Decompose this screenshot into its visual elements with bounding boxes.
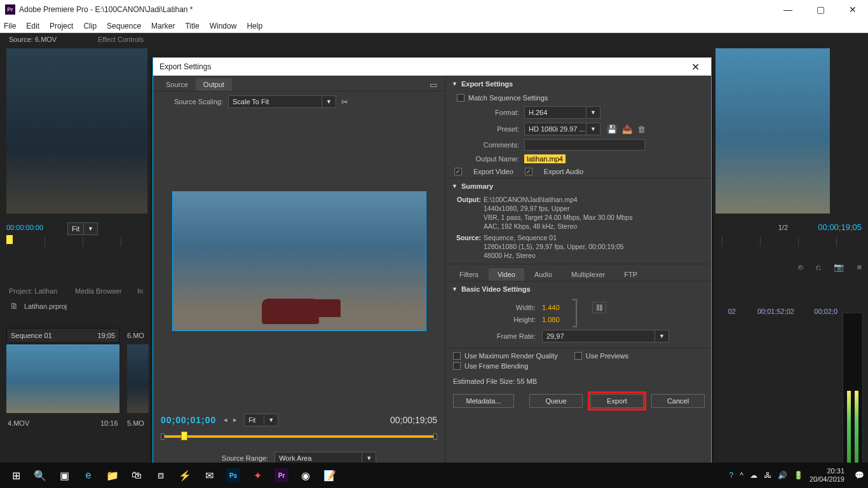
use-max-quality-checkbox[interactable] <box>453 352 461 360</box>
project-item-5mov[interactable]: 5.MO <box>127 419 144 427</box>
tab-output[interactable]: Output <box>196 78 232 91</box>
source-tab[interactable]: Source: 6.MOV <box>9 36 57 43</box>
mail-icon[interactable]: ✉ <box>197 463 221 487</box>
notepad-icon[interactable]: 📝 <box>318 463 342 487</box>
tray-chevron-icon[interactable]: ^ <box>740 471 743 480</box>
cancel-button[interactable]: Cancel <box>651 394 705 408</box>
format-dropdown[interactable]: H.264▼ <box>524 106 600 119</box>
edge-icon[interactable]: e <box>76 463 100 487</box>
preview-current-timecode[interactable]: 00;00;01;00 <box>161 415 216 425</box>
program-time-ruler[interactable] <box>722 236 862 247</box>
link-dimensions-icon[interactable]: ⛓ <box>592 302 606 313</box>
start-button[interactable]: ⊞ <box>4 463 28 487</box>
project-thumb-sequence[interactable] <box>6 344 119 413</box>
photoshop-icon[interactable]: Ps <box>221 463 245 487</box>
tab-source[interactable]: Source <box>158 78 196 91</box>
source-fit-dropdown[interactable]: Fit▼ <box>67 222 98 235</box>
prev-frame-icon[interactable]: ◄ <box>222 417 228 423</box>
export-button[interactable]: Export <box>590 394 644 408</box>
summary-twirl-icon[interactable]: ▼ <box>452 183 458 189</box>
preview-range-slider[interactable] <box>161 431 437 442</box>
preset-label: Preset: <box>452 125 519 133</box>
project-thumb-6mov[interactable] <box>127 344 149 413</box>
lightning-icon[interactable]: ⚡ <box>173 463 197 487</box>
tab-video[interactable]: Video <box>489 268 524 281</box>
queue-button[interactable]: Queue <box>529 394 583 408</box>
window-maximize-button[interactable]: ▢ <box>810 3 831 16</box>
chrome-icon[interactable]: ◉ <box>294 463 318 487</box>
dropbox-icon[interactable]: ⧈ <box>149 463 173 487</box>
frame-rate-dropdown[interactable]: 29,97▼ <box>542 330 669 342</box>
menu-title[interactable]: Title <box>185 22 199 30</box>
export-settings-twirl-icon[interactable]: ▼ <box>452 81 458 87</box>
project-item-6mov[interactable]: 6.MO <box>127 332 144 339</box>
tray-notifications-icon[interactable]: 💬 <box>855 471 864 480</box>
dialog-titlebar[interactable]: Export Settings ✕ <box>153 58 711 76</box>
menu-window[interactable]: Window <box>210 22 237 30</box>
tray-battery-icon[interactable]: 🔋 <box>794 471 803 480</box>
aspect-correction-icon[interactable]: ▭ <box>427 79 440 91</box>
window-minimize-button[interactable]: — <box>777 3 799 16</box>
export-audio-checkbox[interactable]: ✓ <box>525 168 532 175</box>
project-tab[interactable]: Project: Latihan <box>9 287 57 295</box>
basic-video-twirl-icon[interactable]: ▼ <box>452 286 458 292</box>
source-scaling-dropdown[interactable]: Scale To Fit▼ <box>228 95 336 108</box>
info-tab[interactable]: In <box>137 287 143 295</box>
preview-fit-dropdown[interactable]: Fit▼ <box>244 414 278 426</box>
preset-dropdown[interactable]: HD 1080i 29.97 ...▼ <box>524 123 600 135</box>
use-previews-checkbox[interactable] <box>574 352 582 360</box>
comments-input[interactable] <box>524 139 645 151</box>
use-frame-blending-checkbox[interactable] <box>453 362 461 370</box>
tray-help-icon[interactable]: ? <box>729 471 734 480</box>
tab-multiplexer[interactable]: Multiplexer <box>562 268 614 281</box>
media-browser-tab[interactable]: Media Browser <box>75 287 121 295</box>
menu-clip[interactable]: Clip <box>83 22 97 30</box>
settings-icon[interactable]: ≡ <box>857 262 862 272</box>
tab-audio[interactable]: Audio <box>526 268 561 281</box>
store-icon[interactable]: 🛍 <box>125 463 149 487</box>
menu-project[interactable]: Project <box>50 22 73 30</box>
premiere-taskbar-icon[interactable]: Pr <box>269 463 294 487</box>
export-frame-icon[interactable]: 📷 <box>834 262 844 272</box>
program-monitor[interactable] <box>715 48 830 214</box>
delete-preset-icon[interactable]: 🗑 <box>637 125 646 134</box>
match-sequence-checkbox[interactable] <box>457 94 465 102</box>
menu-help[interactable]: Help <box>247 22 262 30</box>
output-name-link[interactable]: latihan.mp4 <box>524 154 566 163</box>
window-close-button[interactable]: ✕ <box>843 3 863 16</box>
tab-ftp[interactable]: FTP <box>615 268 646 281</box>
search-icon[interactable]: 🔍 <box>28 463 52 487</box>
task-view-icon[interactable]: ▣ <box>52 463 76 487</box>
height-value[interactable]: 1.080 <box>542 316 574 323</box>
project-item-sequence[interactable]: Sequence 0119;05 <box>6 328 119 343</box>
source-time-ruler[interactable] <box>6 236 147 247</box>
dialog-close-button[interactable]: ✕ <box>686 61 705 73</box>
menu-sequence[interactable]: Sequence <box>107 22 141 30</box>
project-item-4mov[interactable]: 4.MOV <box>8 419 29 427</box>
next-frame-icon[interactable]: ► <box>232 417 238 423</box>
metadata-button[interactable]: Metadata... <box>453 394 514 408</box>
width-value[interactable]: 1.440 <box>542 304 574 311</box>
lift-icon[interactable]: ⎋ <box>798 262 803 272</box>
export-video-checkbox[interactable]: ✓ <box>454 168 462 175</box>
app-icon-red[interactable]: ✦ <box>245 463 269 487</box>
tray-network-icon[interactable]: 🖧 <box>764 471 771 480</box>
effect-controls-tab[interactable]: Effect Controls <box>98 36 144 43</box>
save-preset-icon[interactable]: 💾 <box>607 125 617 134</box>
import-preset-icon[interactable]: 📥 <box>622 125 632 134</box>
source-playhead[interactable] <box>6 235 13 244</box>
tray-volume-icon[interactable]: 🔊 <box>778 471 787 480</box>
extract-icon[interactable]: ⎌ <box>816 262 821 272</box>
tray-onedrive-icon[interactable]: ☁ <box>750 471 757 480</box>
file-explorer-icon[interactable]: 📁 <box>100 463 125 487</box>
output-preview[interactable] <box>172 191 426 331</box>
premiere-app-icon: Pr <box>5 4 15 15</box>
tray-clock[interactable]: 20:3120/04/2019 <box>810 467 848 484</box>
source-monitor[interactable] <box>6 48 147 214</box>
menu-file[interactable]: File <box>4 22 16 30</box>
menu-edit[interactable]: Edit <box>26 22 39 30</box>
menu-marker[interactable]: Marker <box>151 22 175 30</box>
crop-icon[interactable]: ✂ <box>341 97 348 107</box>
preview-playhead[interactable] <box>181 431 187 440</box>
tab-filters[interactable]: Filters <box>451 268 487 281</box>
